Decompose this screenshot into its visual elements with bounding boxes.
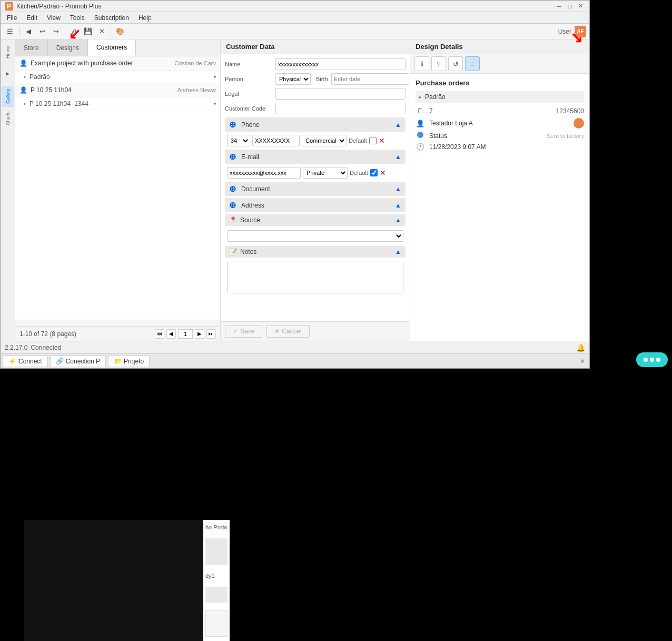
notification-bell[interactable]: 🔔 [576, 343, 585, 352]
preview-area [24, 520, 230, 641]
toolbar-print-btn[interactable]: 🖨 [68, 25, 81, 38]
page-number-input[interactable] [178, 329, 193, 339]
cancel-button[interactable]: ✕ Cancel [266, 325, 309, 338]
phone-section-header[interactable]: ⊕ Phone ▲ [225, 117, 406, 132]
taskbar-connect-btn[interactable]: ⚡ Connect [3, 356, 48, 367]
list-subitem-2[interactable]: ▸ P 10 25 11h04 -1344 ▪ [15, 97, 220, 110]
projeto-icon: 📁 [114, 358, 122, 365]
menu-subscription[interactable]: Subscription [90, 13, 133, 23]
document-section-header[interactable]: ⊕ Document ▲ [225, 182, 406, 196]
sidebar-gallery[interactable]: Gallery [2, 86, 14, 107]
email-input[interactable] [227, 167, 301, 179]
list-item-2[interactable]: 👤 P 10 25 11h04 Andress Neww [15, 83, 220, 97]
address-section-header[interactable]: ⊕ Address ▲ [225, 198, 406, 212]
source-section-toggle[interactable]: ▲ [395, 216, 401, 224]
email-delete-btn[interactable]: ✕ [380, 169, 386, 177]
legal-input[interactable] [275, 88, 406, 100]
design-tree-btn[interactable]: ⑂ [431, 56, 446, 71]
page-first-btn[interactable]: ⏮ [155, 329, 164, 339]
toolbar-save-btn[interactable]: 💾 [82, 25, 94, 38]
save-button[interactable]: ✓ Save [225, 325, 262, 338]
phone-default-checkbox[interactable] [369, 137, 377, 144]
toolbar-delete-btn[interactable]: ✕ [95, 25, 108, 38]
document-add-icon[interactable]: ⊕ [229, 184, 236, 194]
sidebar-back[interactable]: ◀ [2, 64, 14, 85]
design-padrão-header[interactable]: ▸ Padrão [416, 91, 584, 103]
email-type-select[interactable]: Private Commercial [303, 167, 348, 179]
design-orders-btn[interactable]: ≡ [465, 56, 480, 71]
address-section-toggle[interactable]: ▲ [395, 202, 401, 209]
page-last-btn[interactable]: ⏭ [206, 329, 216, 339]
toolbar-separator-3 [111, 26, 111, 37]
taskbar-projeto-btn[interactable]: 📁 Projeto [108, 356, 150, 367]
menu-view[interactable]: View [43, 13, 65, 23]
status-circle [417, 132, 423, 138]
menu-tools[interactable]: Tools [66, 13, 89, 23]
menu-edit[interactable]: Edit [22, 13, 42, 23]
email-section-toggle[interactable]: ▲ [395, 153, 401, 161]
toolbar-redo-btn[interactable]: ↪ [50, 25, 62, 38]
person-select[interactable]: Physical Legal [275, 73, 311, 85]
taskbar-close-btn[interactable]: ✕ [578, 357, 587, 366]
notes-section-header[interactable]: 📝 Notes ▲ [225, 246, 406, 258]
phone-type-select[interactable]: Commercial Private [302, 135, 347, 146]
source-select[interactable] [227, 230, 403, 242]
toolbar-menu-btn[interactable]: ☰ [4, 25, 16, 38]
phone-section-toggle[interactable]: ▲ [395, 121, 401, 129]
source-section-header[interactable]: 📍 Source ▲ [225, 214, 406, 226]
sidebar-home[interactable]: Home [2, 42, 14, 63]
list-item-1-name: Example project with purchase order [31, 60, 174, 67]
page-prev-btn[interactable]: ◀ [166, 329, 176, 339]
design-details-panel: Design Details ℹ ⑂ ↺ ≡ Purchase orders ▸ [410, 40, 589, 341]
customer-form: Name Person Physical Legal Birth [221, 54, 410, 321]
left-sidebar: Home ◀ Gallery Charts [1, 40, 15, 341]
email-add-icon[interactable]: ⊕ [229, 152, 236, 162]
phone-add-icon[interactable]: ⊕ [229, 120, 236, 130]
toolbar-color-btn[interactable]: 🎨 [114, 25, 126, 38]
pagination: 1-10 of 72 (8 pages) ⏮ ◀ ▶ ⏭ [15, 326, 220, 341]
status-value: Sent to factory [547, 133, 584, 139]
maximize-button[interactable]: □ [565, 2, 575, 11]
status-right: 🔔 [576, 343, 585, 352]
birth-input[interactable] [331, 73, 409, 85]
order-date-row: 🕐 11/28/2023 9:07 AM [416, 143, 584, 151]
notes-textarea[interactable] [227, 262, 403, 293]
toolbar-back-btn[interactable]: ◀ [22, 25, 35, 38]
name-input[interactable] [275, 58, 406, 70]
address-add-icon[interactable]: ⊕ [229, 200, 236, 210]
order-number-row: 🗒 7 12345600 [416, 107, 584, 115]
phone-country-code[interactable]: 34 [227, 135, 250, 146]
sidebar-charts[interactable]: Charts [2, 108, 14, 129]
design-info-btn[interactable]: ℹ [414, 56, 429, 71]
cancel-x-icon: ✕ [274, 328, 280, 335]
list-item-1-user: Cristian de Carv [174, 60, 216, 66]
email-default-checkbox[interactable] [370, 169, 378, 176]
document-section-toggle[interactable]: ▲ [395, 185, 401, 193]
tab-store[interactable]: Store [15, 40, 48, 56]
page-next-btn[interactable]: ▶ [195, 329, 204, 339]
form-buttons: ✓ Save ✕ Cancel [221, 321, 410, 341]
left-panel: Store Designs Customers 👤 Example projec… [15, 40, 221, 341]
tab-designs[interactable]: Designs [48, 40, 88, 56]
horizontal-scrollbar[interactable] [15, 320, 220, 326]
list-subitem-1-badge: ▪ [213, 73, 216, 81]
phone-number-input[interactable] [252, 135, 300, 146]
list-item-1[interactable]: 👤 Example project with purchase order Cr… [15, 56, 220, 71]
customer-data-panel: Customer Data Name Person Physical [221, 40, 410, 341]
email-section-header[interactable]: ⊕ E-mail ▲ [225, 150, 406, 164]
close-button[interactable]: ✕ [576, 2, 585, 11]
toolbar-undo-btn[interactable]: ↩ [36, 25, 48, 38]
customer-code-input[interactable] [275, 103, 406, 114]
taskbar-connection-btn[interactable]: 🔗 Conection P [50, 356, 106, 367]
menu-file[interactable]: File [3, 13, 21, 23]
notes-section-toggle[interactable]: ▲ [395, 248, 401, 255]
order-date: 11/28/2023 9:07 AM [429, 143, 584, 151]
minimize-button[interactable]: ─ [555, 2, 564, 11]
menu-help[interactable]: Help [134, 13, 156, 23]
phone-delete-btn[interactable]: ✕ [379, 136, 385, 145]
status-label: Status [429, 132, 542, 140]
tab-customers[interactable]: Customers [88, 40, 136, 56]
design-history-btn[interactable]: ↺ [448, 56, 463, 71]
list-subitem-1[interactable]: ▸ Padrão ▪ [15, 71, 220, 83]
chat-bubble[interactable] [636, 352, 668, 367]
